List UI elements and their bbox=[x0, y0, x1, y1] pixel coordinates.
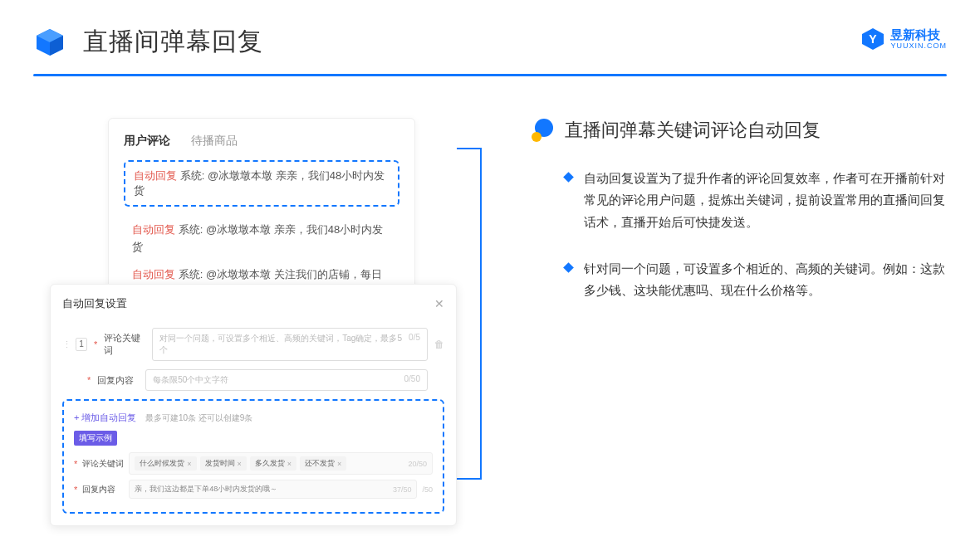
diamond-icon bbox=[563, 172, 574, 183]
example-keyword-label: 评论关键词 bbox=[82, 458, 124, 470]
keyword-label: 评论关键词 bbox=[104, 332, 145, 357]
keyword-tag: 发货时间× bbox=[200, 456, 247, 471]
example-section: + 增加自动回复 最多可建10条 还可以创建9条 填写示例 * 评论关键词 什么… bbox=[62, 399, 444, 514]
add-auto-reply-link[interactable]: + 增加自动回复 bbox=[74, 412, 136, 422]
page-title: 直播间弹幕回复 bbox=[83, 25, 263, 59]
brand-name-cn: 昱新科技 bbox=[890, 28, 947, 41]
keyword-input[interactable]: 对同一个问题，可设置多个相近、高频的关键词，Tag确定，最多5个 0/5 bbox=[152, 328, 428, 361]
brand-name-en: YUUXIN.COM bbox=[890, 42, 947, 50]
section-title: 直播间弹幕关键词评论自动回复 bbox=[565, 118, 821, 143]
auto-reply-settings-modal: 自动回复设置 ✕ ⋮⋮ 1 * 评论关键词 对同一个问题，可设置多个相近、高频的… bbox=[50, 284, 457, 526]
required-star: * bbox=[87, 375, 91, 385]
example-reply-label: 回复内容 bbox=[82, 484, 124, 495]
close-icon[interactable]: ✕ bbox=[434, 297, 444, 310]
keyword-tag: 还不发货× bbox=[300, 456, 346, 471]
example-badge: 填写示例 bbox=[74, 431, 117, 446]
required-star: * bbox=[94, 339, 97, 349]
reply-content-label: 回复内容 bbox=[97, 374, 139, 387]
comment-line: 自动回复 系统: @冰墩墩本墩 亲亲，我们48小时内发货 bbox=[124, 217, 399, 261]
modal-title: 自动回复设置 bbox=[62, 296, 127, 311]
tab-user-comments[interactable]: 用户评论 bbox=[124, 134, 170, 149]
reply-content-input[interactable]: 每条限50个中文字符 0/50 bbox=[145, 369, 428, 391]
bullet-point: 自动回复设置为了提升作者的评论回复效率，作者可在开播前针对常见的评论用户问题，提… bbox=[532, 168, 947, 233]
delete-icon[interactable]: 🗑 bbox=[434, 339, 444, 350]
chat-bubble-icon bbox=[532, 119, 555, 142]
row-number: 1 bbox=[76, 338, 87, 351]
drag-handle-icon[interactable]: ⋮⋮ bbox=[62, 339, 69, 350]
connector-line bbox=[457, 148, 482, 314]
diamond-icon bbox=[563, 262, 574, 273]
cube-icon bbox=[33, 26, 66, 59]
tab-pending-products[interactable]: 待播商品 bbox=[191, 134, 238, 149]
example-keyword-box: 什么时候发货× 发货时间× 多久发货× 还不发货× 20/50 bbox=[129, 452, 433, 475]
highlighted-reply: 自动回复 系统: @冰墩墩本墩 亲亲，我们48小时内发货 bbox=[124, 160, 399, 207]
keyword-tag: 多久发货× bbox=[250, 456, 296, 471]
add-hint: 最多可建10条 还可以创建9条 bbox=[145, 413, 252, 422]
svg-text:Y: Y bbox=[870, 32, 878, 46]
bullet-point: 针对同一个问题，可设置多个相近的、高频的关键词。例如：这款多少钱、这块能优惠吗、… bbox=[532, 258, 947, 302]
keyword-tag: 什么时候发货× bbox=[135, 456, 196, 471]
auto-reply-label: 自动回复 bbox=[134, 169, 177, 182]
brand-logo: Y 昱新科技 YUUXIN.COM bbox=[860, 27, 947, 51]
connector-line bbox=[457, 314, 482, 480]
example-reply-box: 亲，我们这边都是下单48小时内发货的哦～ 37/50 bbox=[129, 480, 417, 499]
